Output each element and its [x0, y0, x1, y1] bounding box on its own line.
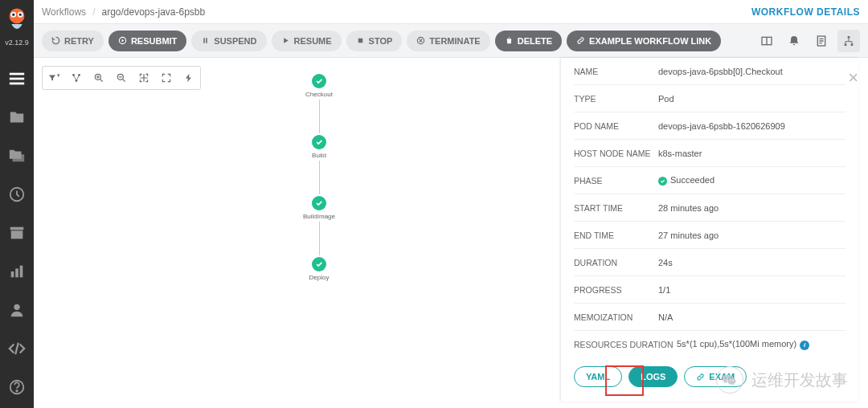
svg-rect-10	[11, 231, 23, 239]
exam-button[interactable]: EXAM	[684, 366, 747, 387]
zoom-in-icon[interactable]	[92, 71, 105, 84]
resume-label: RESUME	[294, 36, 332, 46]
filter-icon[interactable]: ▾	[47, 71, 60, 84]
bolt-icon[interactable]	[182, 71, 195, 84]
row-value: N/A	[658, 312, 845, 322]
example-label: EXAMPLE WORKFLOW LINK	[589, 36, 711, 46]
breadcrumb-root[interactable]: Workflows	[42, 6, 86, 18]
detail-row-start: START TIME28 minutes ago	[574, 194, 845, 222]
detail-row-end: END TIME27 minutes ago	[574, 222, 845, 249]
delete-button[interactable]: DELETE	[495, 31, 562, 51]
row-key: RESOURCES DURATION	[574, 340, 677, 349]
nav-clock[interactable]	[0, 175, 34, 214]
detail-row-name: NAMEdevops-java-6psbb[0].Checkout	[574, 58, 845, 85]
svg-rect-5	[10, 73, 24, 75]
yaml-button[interactable]: YAML	[574, 366, 622, 387]
canvas-toolbar: ▾	[42, 66, 201, 90]
svg-rect-26	[851, 43, 854, 46]
nav-folders[interactable]	[0, 137, 34, 175]
svg-rect-9	[10, 227, 24, 231]
stop-button[interactable]: STOP	[346, 31, 403, 51]
detail-row-progress: PROGRESS1/1	[574, 276, 845, 304]
logs-button[interactable]: LOGS	[628, 366, 678, 387]
detail-row-resources: RESOURCES DURATION5s*(1 cpu),5s*(100Mi m…	[574, 331, 845, 358]
graph-node[interactable]: Deploy	[283, 257, 355, 281]
row-value: Pod	[658, 94, 845, 104]
graph-node[interactable]: BuildImage	[283, 196, 355, 220]
svg-point-29	[76, 80, 78, 82]
svg-rect-11	[11, 271, 14, 277]
resubmit-label: RESUBMIT	[131, 36, 177, 46]
breadcrumb-separator: /	[92, 6, 95, 18]
check-icon	[312, 135, 326, 149]
svg-rect-7	[10, 83, 24, 85]
close-icon[interactable]: ×	[848, 69, 858, 87]
row-value: devops-java-6psbb[0].Checkout	[658, 67, 845, 76]
columns-icon[interactable]	[755, 30, 778, 52]
sidebar: v2.12.9	[0, 0, 34, 408]
detail-row-pod: POD NAMEdevops-java-6psbb-1620626909	[574, 112, 845, 140]
resubmit-button[interactable]: RESUBMIT	[108, 31, 186, 51]
resume-button[interactable]: RESUME	[272, 31, 342, 51]
fullscreen-icon[interactable]	[160, 71, 173, 84]
svg-point-16	[16, 390, 17, 391]
fit-icon[interactable]	[137, 71, 150, 84]
graph-node[interactable]: Build	[283, 135, 355, 159]
nav-folder[interactable]	[0, 98, 34, 137]
check-icon	[312, 257, 326, 271]
node-label: Checkout	[305, 91, 333, 98]
zoom-out-icon[interactable]	[115, 71, 128, 84]
info-icon[interactable]: i	[800, 341, 809, 350]
workflow-graph: Checkout Build BuildImage Deploy	[283, 74, 355, 281]
row-key: PROGRESS	[574, 285, 658, 295]
row-key: HOST NODE NAME	[574, 149, 658, 158]
node-label: BuildImage	[303, 213, 335, 220]
bell-icon[interactable]	[783, 30, 805, 52]
nav-code[interactable]	[0, 329, 34, 368]
content-area: ▾ Checkout Build BuildImage	[34, 58, 868, 408]
row-key: DURATION	[574, 258, 658, 267]
doc-icon[interactable]	[810, 30, 833, 52]
retry-button[interactable]: RETRY	[42, 31, 104, 51]
tree-icon[interactable]	[837, 30, 860, 52]
nav-timeline[interactable]	[0, 59, 34, 98]
suspend-button[interactable]: SUSPEND	[191, 31, 266, 51]
example-link-button[interactable]: EXAMPLE WORKFLOW LINK	[567, 31, 721, 51]
svg-rect-18	[204, 38, 206, 43]
layout-icon[interactable]	[70, 71, 83, 84]
terminate-button[interactable]: TERMINATE	[407, 31, 489, 51]
nav-help[interactable]	[0, 368, 34, 406]
detail-row-phase: PHASESucceeded	[574, 167, 845, 194]
argo-logo	[0, 3, 34, 37]
check-icon	[312, 196, 326, 210]
breadcrumb-bar: Workflows / argo/devops-java-6psbb WORKF…	[34, 0, 868, 24]
row-key: POD NAME	[574, 121, 658, 131]
svg-rect-6	[10, 78, 24, 80]
row-value: devops-java-6psbb-1620626909	[658, 121, 845, 131]
svg-point-14	[14, 304, 19, 310]
svg-point-3	[12, 14, 14, 16]
graph-edge	[319, 222, 320, 255]
delete-label: DELETE	[518, 36, 552, 46]
terminate-label: TERMINATE	[429, 36, 480, 46]
stop-label: STOP	[369, 36, 393, 46]
row-key: END TIME	[574, 231, 658, 240]
nav-user[interactable]	[0, 291, 34, 329]
row-value: Succeeded	[658, 175, 845, 186]
node-label: Deploy	[309, 274, 330, 281]
detail-row-type: TYPEPod	[574, 85, 845, 112]
details-panel: × NAMEdevops-java-6psbb[0].Checkout TYPE…	[561, 58, 858, 402]
svg-rect-12	[15, 268, 18, 277]
nav-reports[interactable]	[0, 252, 34, 291]
row-key: NAME	[574, 67, 658, 76]
phase-text: Succeeded	[670, 175, 714, 185]
node-label: Build	[312, 152, 326, 159]
detail-row-memo: MEMOIZATIONN/A	[574, 304, 845, 331]
svg-rect-13	[20, 266, 23, 278]
graph-edge	[319, 100, 320, 133]
row-value: 1/1	[658, 285, 845, 295]
success-icon	[658, 177, 667, 186]
graph-node[interactable]: Checkout	[283, 74, 355, 98]
nav-archive[interactable]	[0, 214, 34, 252]
workflow-details-link[interactable]: WORKFLOW DETAILS	[751, 6, 860, 18]
